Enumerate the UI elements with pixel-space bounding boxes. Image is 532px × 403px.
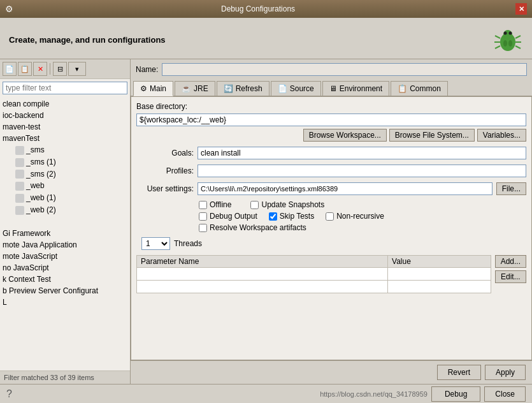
list-item[interactable]: _web (2) bbox=[0, 204, 130, 216]
goals-row: Goals: bbox=[136, 147, 526, 159]
skip-tests-checkbox-label[interactable]: Skip Tests bbox=[269, 212, 314, 221]
non-recursive-checkbox[interactable] bbox=[326, 212, 334, 221]
threads-row: 1 2 4 Threads bbox=[136, 237, 526, 250]
new-config-button[interactable]: 📄 bbox=[3, 62, 17, 76]
left-toolbar: 📄 📋 ✕ ⊟ ▾ bbox=[0, 59, 130, 79]
svg-point-10 bbox=[503, 40, 507, 47]
debug-output-checkbox-label[interactable]: Debug Output bbox=[199, 212, 257, 221]
list-item[interactable]: L bbox=[0, 297, 130, 308]
source-tab-label: Source bbox=[290, 84, 314, 93]
copy-config-button[interactable]: 📋 bbox=[18, 62, 32, 76]
profiles-row: Profiles: bbox=[136, 165, 526, 177]
skip-tests-label: Skip Tests bbox=[280, 212, 314, 221]
offline-checkbox[interactable] bbox=[199, 201, 207, 209]
param-name-cell bbox=[137, 281, 388, 293]
svg-line-9 bbox=[515, 46, 521, 48]
list-item[interactable]: maven-test bbox=[0, 121, 130, 133]
refresh-tab-label: Refresh bbox=[236, 84, 262, 93]
resolve-workspace-checkbox[interactable] bbox=[199, 224, 207, 232]
browse-workspace-button[interactable]: Browse Workspace... bbox=[303, 129, 387, 142]
list-item[interactable]: _sms (1) bbox=[0, 156, 130, 168]
tab-environment[interactable]: 🖥 Environment bbox=[322, 81, 389, 96]
param-value-cell bbox=[388, 281, 491, 293]
list-item[interactable]: k Context Test bbox=[0, 274, 130, 285]
offline-checkbox-label[interactable]: Offline bbox=[199, 200, 231, 209]
title-bar: ⚙ Debug Configurations ✕ bbox=[0, 0, 532, 18]
list-item[interactable]: _web (1) bbox=[0, 192, 130, 204]
variables-button[interactable]: Variables... bbox=[477, 129, 526, 142]
list-item[interactable]: _sms (2) bbox=[0, 168, 130, 180]
edit-param-button[interactable]: Edit... bbox=[495, 270, 526, 283]
dialog-header: Create, manage, and run configurations bbox=[0, 18, 532, 59]
help-icon[interactable]: ? bbox=[6, 388, 12, 400]
revert-button[interactable]: Revert bbox=[437, 365, 481, 380]
resolve-workspace-checkbox-label[interactable]: Resolve Workspace artifacts bbox=[199, 223, 306, 232]
title-bar-title: Debug Configurations bbox=[221, 4, 295, 13]
profiles-input[interactable] bbox=[198, 165, 526, 177]
search-input[interactable] bbox=[3, 82, 127, 94]
update-snapshots-checkbox-label[interactable]: Update Snapshots bbox=[250, 200, 324, 209]
tab-source[interactable]: 📄 Source bbox=[271, 81, 321, 96]
threads-select[interactable]: 1 2 4 bbox=[141, 237, 170, 250]
list-item[interactable]: mavenTest bbox=[0, 133, 130, 144]
debug-button[interactable]: Debug bbox=[431, 386, 480, 402]
tab-refresh[interactable]: 🔄 Refresh bbox=[217, 81, 270, 96]
non-recursive-label: Non-recursive bbox=[336, 212, 384, 221]
list-item[interactable]: ioc-backend bbox=[0, 110, 130, 121]
param-row-empty1 bbox=[137, 268, 491, 281]
base-dir-input[interactable] bbox=[136, 114, 526, 126]
list-item[interactable]: Gi Framework bbox=[0, 228, 130, 239]
list-item[interactable]: mote Java Application bbox=[0, 239, 130, 251]
filter-status: Filter matched 33 of 39 items bbox=[0, 370, 130, 384]
apply-button[interactable]: Apply bbox=[485, 365, 526, 380]
left-panel: 📄 📋 ✕ ⊟ ▾ clean compile ioc-backend mave… bbox=[0, 59, 131, 384]
svg-point-11 bbox=[508, 40, 512, 47]
threads-label: Threads bbox=[174, 239, 202, 248]
list-item[interactable]: b Preview Server Configurat bbox=[0, 285, 130, 297]
dialog: Create, manage, and run configurations 📄… bbox=[0, 18, 532, 403]
goals-input[interactable] bbox=[198, 147, 526, 159]
profiles-label: Profiles: bbox=[136, 166, 194, 175]
tab-common[interactable]: 📋 Common bbox=[391, 81, 448, 96]
common-tab-icon: 📋 bbox=[398, 84, 407, 93]
environment-tab-icon: 🖥 bbox=[329, 84, 337, 93]
goals-label: Goals: bbox=[136, 149, 194, 158]
debug-output-label: Debug Output bbox=[210, 212, 257, 221]
list-item[interactable]: mote JavaScript bbox=[0, 251, 130, 262]
main-tab-icon: ⚙ bbox=[140, 84, 147, 93]
close-dialog-button[interactable]: Close bbox=[484, 386, 526, 402]
jre-tab-label: JRE bbox=[194, 84, 208, 93]
user-settings-input[interactable] bbox=[198, 182, 492, 195]
base-dir-section: Base directory: Browse Workspace... Brow… bbox=[136, 102, 526, 142]
dropdown-button[interactable]: ▾ bbox=[68, 62, 86, 76]
bottom-bar: Revert Apply bbox=[131, 360, 532, 384]
checkboxes-row3: Resolve Workspace artifacts bbox=[136, 223, 526, 232]
collapse-button[interactable]: ⊟ bbox=[53, 62, 67, 76]
browse-filesystem-button[interactable]: Browse File System... bbox=[389, 129, 475, 142]
content-area: 📄 📋 ✕ ⊟ ▾ clean compile ioc-backend mave… bbox=[0, 59, 532, 384]
debug-output-checkbox[interactable] bbox=[199, 212, 207, 221]
tab-jre[interactable]: ☕ JRE bbox=[175, 81, 215, 96]
skip-tests-checkbox[interactable] bbox=[269, 212, 277, 221]
add-param-button[interactable]: Add... bbox=[495, 255, 526, 268]
offline-label: Offline bbox=[210, 200, 231, 209]
bottom-right: Revert Apply bbox=[437, 365, 526, 380]
svg-point-3 bbox=[509, 32, 512, 35]
list-item[interactable] bbox=[0, 216, 130, 228]
list-item[interactable]: no JavaScript bbox=[0, 262, 130, 274]
param-name-header: Parameter Name bbox=[137, 256, 388, 268]
list-item[interactable]: clean compile bbox=[0, 98, 130, 110]
list-item[interactable]: _sms bbox=[0, 144, 130, 156]
tab-main[interactable]: ⚙ Main bbox=[133, 81, 173, 96]
environment-tab-label: Environment bbox=[340, 84, 382, 93]
non-recursive-checkbox-label[interactable]: Non-recursive bbox=[326, 212, 384, 221]
update-snapshots-checkbox[interactable] bbox=[250, 201, 259, 209]
close-button[interactable]: ✕ bbox=[515, 3, 527, 15]
param-value-header: Value bbox=[388, 256, 491, 268]
delete-config-button[interactable]: ✕ bbox=[33, 62, 47, 76]
name-input[interactable] bbox=[162, 63, 527, 76]
file-button[interactable]: File... bbox=[496, 182, 526, 195]
list-item[interactable]: _web bbox=[0, 180, 130, 192]
svg-point-2 bbox=[504, 32, 507, 35]
param-value-cell bbox=[388, 268, 491, 281]
